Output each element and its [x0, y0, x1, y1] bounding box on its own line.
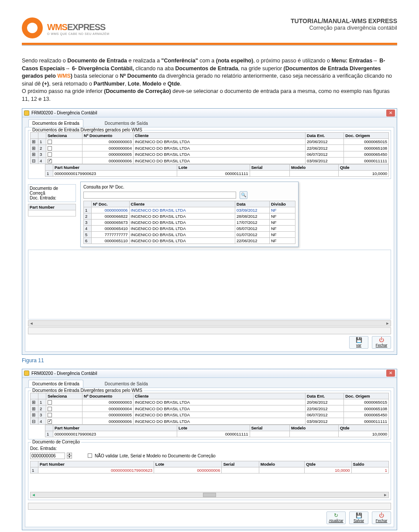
- salvar-button-partial[interactable]: 💾var: [349, 336, 368, 349]
- checkbox[interactable]: [48, 407, 52, 411]
- blank-grid-area: [28, 250, 391, 319]
- group-divergentes: Documentos de Entrada Divergêntes gerado…: [28, 130, 391, 179]
- group-correcao: Documento de Correção Doc. Entrada: ▲▼ N…: [28, 442, 391, 500]
- expand-icon[interactable]: ⊞: [31, 399, 38, 405]
- app-icon: [24, 110, 29, 116]
- tab-entrada[interactable]: Documentos de Entrada: [28, 119, 83, 127]
- horizontal-scrollbar[interactable]: ◄►: [28, 320, 391, 326]
- collapse-icon[interactable]: ⊟: [31, 418, 38, 424]
- horizontal-scrollbar[interactable]: ◄►: [30, 492, 389, 498]
- grid-top[interactable]: SelecionaNº DocumentoClienteData Ent.Doc…: [30, 393, 389, 425]
- popup-area: Documento de Correçã Doc. Entrada: Part …: [28, 182, 391, 247]
- salvar-button[interactable]: 💾Salvar: [349, 511, 368, 524]
- grid-sub[interactable]: Part NumberLoteSerialModeloQtde 10000000…: [45, 425, 389, 437]
- divider-gray: [22, 45, 397, 46]
- close-icon[interactable]: ✕: [386, 110, 395, 117]
- body-paragraph: Sendo realizado o Documento de Entrada e…: [22, 57, 397, 103]
- grid-top-header: Seleciona Nº Documento Cliente Data Ent.…: [31, 133, 389, 139]
- atualizar-button[interactable]: ↻Atualizar: [326, 511, 346, 524]
- table-row: ⊞10000000003INGENICO DO BRASIL LTDA20/06…: [31, 139, 389, 145]
- group-divergentes: Documentos de Entrada Divergêntes gerado…: [28, 391, 391, 439]
- table-row: 30000065673INGENICO DO BRASIL LTDA17/07/…: [84, 219, 295, 225]
- figure-label-11: Figura 11: [22, 357, 397, 364]
- checkbox[interactable]: [48, 419, 52, 424]
- checkbox[interactable]: [48, 400, 52, 405]
- checkbox[interactable]: [48, 159, 52, 163]
- table-row: 10000000006INGENICO DO BRASIL LTDA03/09/…: [84, 207, 295, 213]
- table-row: ⊞10000000003INGENICO DO BRASIL LTDA20/06…: [31, 399, 389, 405]
- window-title: FRM00200 - Divergência Contábil: [31, 371, 97, 376]
- grid-sub[interactable]: Part NumberLoteSerialModeloQtde 10000000…: [45, 164, 389, 177]
- nao-validar-label: NÃO validar Lote, Serial e Modelo no Doc…: [95, 453, 216, 458]
- table-row: 1000000000179900623000000000610,00001: [31, 467, 389, 473]
- titlebar[interactable]: FRM00200 - Divergência Contábil ✕: [22, 109, 397, 117]
- table-row: ⊟40000000006INGENICO DO BRASIL LTDA03/09…: [31, 418, 389, 424]
- nao-validar-checkbox[interactable]: [88, 453, 92, 458]
- fechar-button[interactable]: ⏻Fechar: [372, 336, 391, 349]
- doc-entrada-input[interactable]: [30, 453, 65, 459]
- doc-entrada-label: Doc. Entrada:: [30, 446, 57, 451]
- tab-entrada[interactable]: Documentos de Entrada: [28, 380, 83, 388]
- checkbox[interactable]: [48, 152, 52, 157]
- app-icon: [24, 371, 29, 376]
- fechar-button[interactable]: ⏻Fechar: [372, 511, 391, 524]
- status-bar: [28, 327, 391, 334]
- header-subtitle: Correção para divergência contábil: [291, 24, 397, 31]
- table-row: ⊟40000000006INGENICO DO BRASIL LTDA03/09…: [31, 158, 389, 164]
- titlebar[interactable]: FRM00200 - Divergência Contábil ✕: [22, 369, 397, 378]
- table-row: 20000066822INGENICO DO BRASIL LTDA28/08/…: [84, 213, 295, 219]
- lookup-popup: Consulta por Nº Doc. 🔍 Nº Doc.ClienteDat…: [80, 182, 299, 247]
- grid-top[interactable]: Seleciona Nº Documento Cliente Data Ent.…: [30, 132, 389, 164]
- app-window-fig12: FRM00200 - Divergência Contábil ✕ Docume…: [22, 369, 397, 530]
- table-row: 40000065410INGENICO DO BRASIL LTDA05/07/…: [84, 225, 295, 231]
- table-row: ⊞30000000005INGENICO DO BRASIL LTDA06/07…: [31, 151, 389, 157]
- checkbox[interactable]: [48, 146, 52, 151]
- checkbox[interactable]: [48, 413, 52, 417]
- table-row: ⊞20000000004INGENICO DO BRASIL LTDA22/06…: [31, 405, 389, 412]
- expand-icon[interactable]: ⊞: [31, 145, 38, 151]
- table-row: 60000065110INGENICO DO BRASIL LTDA22/06/…: [84, 237, 295, 244]
- tab-strip: Documentos de Entrada Documentos de Saíd…: [22, 117, 397, 127]
- expand-icon[interactable]: ⊞: [31, 151, 38, 157]
- table-row: 1000000000179900623000001111110,0000: [45, 170, 389, 176]
- app-window-fig11: FRM00200 - Divergência Contábil ✕ Docume…: [22, 108, 397, 355]
- header-title: TUTORIAL/MANUAL-WMS EXPRESS: [291, 17, 397, 24]
- close-icon[interactable]: ✕: [386, 370, 395, 377]
- window-title: FRM00200 - Divergência Contábil: [31, 110, 97, 115]
- page-header: WMSEXPRESS O WMS QUE CABE NO SEU ARMAZÉM…: [22, 17, 397, 40]
- tab-strip: Documentos de Entrada Documentos de Saíd…: [22, 378, 397, 388]
- popup-grid[interactable]: Nº Doc.ClienteDataDivisão 10000000006ING…: [83, 201, 295, 244]
- table-row: ⊞30000000005INGENICO DO BRASIL LTDA06/07…: [31, 412, 389, 418]
- status-bar: [28, 503, 391, 510]
- expand-icon[interactable]: ⊞: [31, 139, 38, 145]
- search-input[interactable]: [83, 192, 236, 199]
- grid-correcao[interactable]: Part NumberLoteSerialModeloQtdeSaldo 100…: [30, 461, 389, 474]
- table-row: ⊞20000000004INGENICO DO BRASIL LTDA22/06…: [31, 145, 389, 151]
- spinner[interactable]: ▲▼: [67, 453, 72, 459]
- logo-tagline: O WMS QUE CABE NO SEU ARMAZÉM: [47, 32, 109, 35]
- tab-saida[interactable]: Documentos de Saída: [101, 380, 152, 388]
- checkbox[interactable]: [48, 140, 52, 144]
- expand-icon[interactable]: ⊞: [31, 412, 38, 418]
- gear-icon: [22, 17, 45, 40]
- table-row: 57777777777INGENICO DO BRASIL LTDA01/07/…: [84, 231, 295, 237]
- collapse-icon[interactable]: ⊟: [31, 158, 38, 164]
- popup-label: Consulta por Nº Doc.: [83, 185, 124, 189]
- logo: WMSEXPRESS O WMS QUE CABE NO SEU ARMAZÉM: [22, 17, 109, 40]
- tab-saida[interactable]: Documentos de Saída: [101, 119, 152, 127]
- expand-icon[interactable]: ⊞: [31, 405, 38, 412]
- side-labels: Documento de Correçã Doc. Entrada: Part …: [28, 184, 76, 216]
- table-row: 1000000000179900623000001111110,0000: [45, 431, 389, 437]
- group-title: Documentos de Entrada Divergêntes gerado…: [31, 127, 144, 132]
- search-icon[interactable]: 🔍: [240, 191, 247, 199]
- logo-text: WMSEXPRESS: [47, 22, 109, 32]
